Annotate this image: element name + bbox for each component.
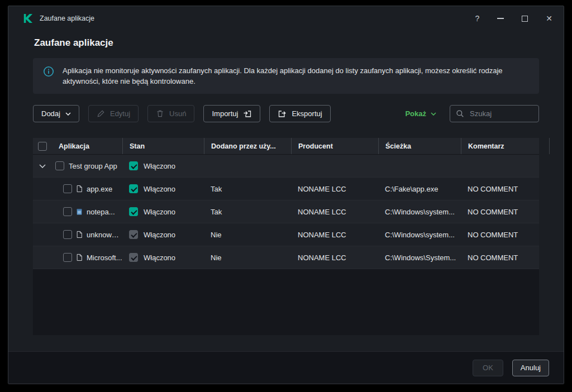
info-banner: Aplikacja nie monitoruje aktywności zauf…: [33, 58, 539, 94]
comment-value: NO COMMENT: [461, 208, 549, 216]
file-icon: [76, 254, 83, 261]
app-window: Zaufane aplikacje ? ✕ Zaufane aplikacje …: [8, 6, 564, 384]
vendor-value: NONAME LCC: [291, 254, 378, 262]
window-title: Zaufane aplikacje: [40, 15, 94, 22]
vendor-value: NONAME LCC: [291, 185, 378, 193]
delete-button[interactable]: Usuń: [147, 105, 194, 122]
table-header: Aplikacja Stan Dodano przez uży... Produ…: [33, 138, 539, 155]
state-label: Włączono: [144, 162, 175, 170]
state-label: Włączono: [144, 254, 175, 262]
column-header-state[interactable]: Stan: [122, 138, 204, 154]
help-icon[interactable]: ?: [475, 14, 479, 23]
close-icon[interactable]: ✕: [546, 14, 552, 23]
row-select-checkbox[interactable]: [63, 230, 72, 239]
chevron-down-icon: [431, 112, 436, 116]
app-name: notepa...: [87, 208, 115, 216]
footer: OK Anuluj: [8, 351, 564, 384]
cancel-button[interactable]: Anuluj: [512, 360, 549, 376]
info-banner-text: Aplikacja nie monitoruje aktywności zauf…: [63, 65, 528, 87]
table-row[interactable]: Microsoft... Włączono Nie NONAME LCC C:\…: [33, 246, 539, 269]
kaspersky-logo-icon: [23, 13, 33, 23]
state-label: Włączono: [144, 231, 175, 239]
vendor-value: NONAME LCC: [291, 231, 378, 239]
import-icon: [243, 109, 252, 118]
app-name: unknown....: [87, 231, 122, 239]
state-checkbox[interactable]: [129, 230, 138, 239]
row-select-checkbox[interactable]: [63, 253, 72, 262]
path-value: C:\Windows\System...: [378, 254, 461, 262]
pencil-icon: [97, 109, 105, 118]
state-checkbox[interactable]: [129, 253, 138, 262]
comment-value: NO COMMENT: [461, 231, 549, 239]
export-icon: [278, 109, 287, 118]
select-all-checkbox[interactable]: [38, 142, 47, 151]
path-value: C:\Windows\system...: [378, 231, 461, 239]
delete-button-label: Usuń: [169, 109, 186, 118]
page-title: Zaufane aplikacje: [34, 37, 564, 49]
state-checkbox[interactable]: [129, 207, 138, 216]
file-icon: [76, 231, 83, 238]
app-name: app.exe: [87, 185, 112, 193]
column-header-vendor[interactable]: Producent: [291, 138, 378, 154]
group-name: Test group App: [69, 162, 117, 170]
trusted-apps-table: Aplikacja Stan Dodano przez uży... Produ…: [33, 138, 539, 335]
show-dropdown-label: Pokaż: [405, 109, 426, 118]
comment-value: NO COMMENT: [461, 185, 549, 193]
show-dropdown[interactable]: Pokaż: [405, 109, 436, 118]
edit-button-label: Edytuj: [110, 109, 130, 118]
notepad-icon: [76, 208, 83, 216]
added-by-user-value: Nie: [204, 254, 291, 262]
column-header-added-by-user[interactable]: Dodano przez uży...: [204, 138, 291, 154]
add-button[interactable]: Dodaj: [33, 105, 79, 122]
ok-button[interactable]: OK: [473, 360, 503, 376]
table-empty-area: [33, 269, 539, 335]
column-header-application[interactable]: Aplikacja: [52, 138, 122, 154]
table-row[interactable]: unknown.... Włączono Nie NONAME LCC C:\W…: [33, 223, 539, 246]
path-value: C:\Windows\system...: [378, 208, 461, 216]
state-label: Włączono: [144, 185, 175, 193]
table-row[interactable]: app.exe Włączono Tak NONAME LCC C:\Fake\…: [33, 178, 539, 200]
search-input[interactable]: [469, 109, 533, 118]
column-header-comment[interactable]: Komentarz: [461, 138, 549, 154]
vendor-value: NONAME LCC: [291, 208, 378, 216]
added-by-user-value: Nie: [204, 231, 291, 239]
trash-icon: [156, 109, 164, 118]
minimize-icon[interactable]: [497, 18, 504, 19]
app-name: Microsoft...: [87, 254, 122, 262]
state-checkbox[interactable]: [129, 184, 138, 193]
column-header-path[interactable]: Ścieżka: [378, 138, 461, 154]
added-by-user-value: Tak: [204, 185, 291, 193]
import-button[interactable]: Importuj: [203, 105, 260, 122]
info-icon: [43, 66, 54, 77]
maximize-icon[interactable]: [522, 16, 528, 22]
table-row[interactable]: notepa... Włączono Tak NONAME LCC C:\Win…: [33, 200, 539, 223]
add-button-label: Dodaj: [41, 109, 60, 118]
added-by-user-value: Tak: [204, 208, 291, 216]
toolbar: Dodaj Edytuj Usuń Importuj Eksportuj Pok…: [33, 105, 539, 122]
import-button-label: Importuj: [212, 109, 238, 118]
row-select-checkbox[interactable]: [63, 184, 72, 193]
export-button-label: Eksportuj: [292, 109, 322, 118]
title-bar: Zaufane aplikacje ? ✕: [8, 6, 564, 31]
file-icon: [76, 185, 83, 193]
search-box: [450, 105, 539, 122]
path-value: C:\Fake\app.exe: [378, 185, 461, 193]
collapse-chevron-icon[interactable]: [39, 164, 46, 168]
chevron-down-icon: [65, 112, 71, 116]
state-checkbox[interactable]: [129, 161, 138, 170]
edit-button[interactable]: Edytuj: [88, 105, 139, 122]
table-group-row[interactable]: Test group App Włączono: [33, 155, 539, 178]
export-button[interactable]: Eksportuj: [269, 105, 330, 122]
state-label: Włączono: [144, 208, 175, 216]
row-select-checkbox[interactable]: [55, 161, 64, 170]
row-select-checkbox[interactable]: [63, 207, 72, 216]
comment-value: NO COMMENT: [461, 254, 549, 262]
search-icon: [456, 109, 464, 118]
